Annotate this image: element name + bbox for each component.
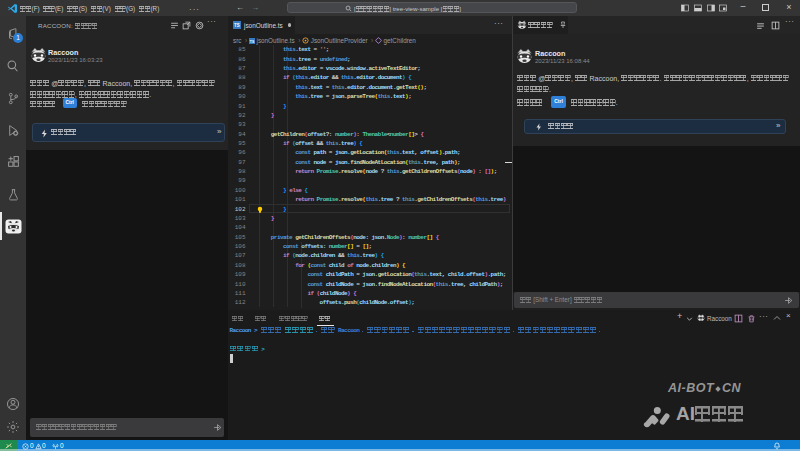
svg-text:TS: TS — [250, 39, 255, 43]
svg-text:TS: TS — [234, 23, 240, 28]
